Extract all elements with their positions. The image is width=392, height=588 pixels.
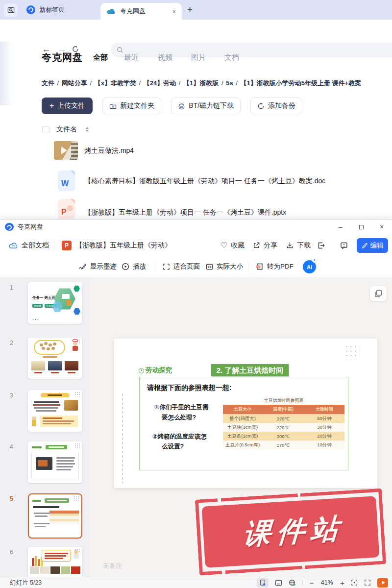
thumb-number: 2 <box>10 340 13 346</box>
browser-tab-bar: 新标签页 夸克网盘 × + <box>0 0 392 20</box>
slide-thumbnail-6[interactable] <box>28 547 82 577</box>
feedback-button[interactable] <box>340 234 348 256</box>
feedback-icon <box>340 242 348 249</box>
fullscreen-icon <box>364 579 371 586</box>
notes-panel-toggle[interactable] <box>275 580 282 586</box>
question-1-line-1: ①你们手里的土豆需 <box>154 403 209 412</box>
ppt-file-icon: P <box>58 199 75 220</box>
svg-text:1:1: 1:1 <box>208 265 212 268</box>
breadcrumb-item[interactable]: 网站分享 <box>62 79 95 87</box>
drive-tab-video[interactable]: 视频 <box>158 53 172 62</box>
copy-slide-button[interactable] <box>370 286 387 301</box>
show-ink-toggle[interactable]: 显示墨迹 <box>78 256 117 277</box>
zoom-in-button[interactable]: + <box>340 579 344 587</box>
zoom-out-button[interactable]: − <box>309 579 314 587</box>
new-folder-button[interactable]: 新建文件夹 <box>102 98 161 114</box>
file-row-ppt[interactable]: P 【浙教版】五年级上册《劳动》项目一 任务一《烤土豆》课件.pptx <box>0 199 392 220</box>
drive-tab-doc[interactable]: 文档 <box>224 53 239 62</box>
minimize-button[interactable]: – <box>330 220 351 234</box>
breadcrumb: 文件网站分享【x】非教学类【24】劳动【1】浙教版5s【1】浙教版小学劳动5年级… <box>42 79 392 88</box>
slide-thumbnail-5-selected[interactable] <box>28 493 82 539</box>
drive-action-row: +上传文件 新建文件夹 BT BT/磁力链下载 添加备份 <box>42 98 302 114</box>
drive-tab-all[interactable]: 全部 <box>93 53 108 62</box>
table-row: 土豆条(1cm宽)200℃20分钟 <box>223 432 344 441</box>
close-button[interactable]: × <box>371 220 392 234</box>
ink-pen-icon <box>78 263 87 270</box>
file-row-video[interactable]: 烤土豆做法.mp4 <box>0 141 392 166</box>
slide-thumbnail-1[interactable]: 任务一 烤土豆 浙教版 五年级上册 <box>28 282 82 324</box>
share-button[interactable]: 分享 <box>253 234 277 256</box>
slide-thumbnail-2[interactable] <box>28 338 82 379</box>
add-backup-button[interactable]: 添加备份 <box>250 98 302 114</box>
breadcrumb-item[interactable]: 【24】劳动 <box>144 79 183 87</box>
play-slideshow-button[interactable]: 播放 <box>122 256 146 277</box>
translate-toggle[interactable] <box>289 579 296 587</box>
favorite-button[interactable]: ♡收藏 <box>220 234 245 256</box>
breadcrumb-item[interactable]: 文件 <box>42 79 62 87</box>
maximize-button[interactable] <box>351 220 371 234</box>
statusbar-controls: − 41% + <box>257 578 388 588</box>
divider <box>302 580 303 586</box>
bt-magnet-download-button[interactable]: BT BT/磁力链下载 <box>171 98 241 114</box>
globe-check-icon <box>289 579 296 587</box>
filename-column-label[interactable]: 文件名 <box>56 125 77 134</box>
pdf-icon: PDF <box>256 263 264 270</box>
zoom-level: 41% <box>320 579 334 586</box>
table-row: 土豆块(3cm宽)220℃30分钟 <box>223 423 344 432</box>
viewer-titlebar[interactable]: 夸克网盘 – × <box>0 220 392 234</box>
file-name[interactable]: 【核心素养目标】浙教版五年级上册《劳动》项目一 任务一《烤土豆》教案.doc <box>84 177 325 186</box>
thumb-number: 1 <box>10 284 13 291</box>
cloud-icon <box>106 8 116 15</box>
fit-screen-button[interactable] <box>351 579 358 586</box>
open-in-app-button[interactable] <box>318 234 325 256</box>
breadcrumb-item[interactable]: 【x】非教学类 <box>95 79 144 87</box>
thumb-number: 6 <box>10 549 13 556</box>
drive-tab-recent[interactable]: 最近 <box>124 53 139 62</box>
file-name[interactable]: 烤土豆做法.mp4 <box>84 147 134 155</box>
present-button[interactable] <box>377 578 388 588</box>
browser-window: 新标签页 夸克网盘 × + ← → 夸克网盘 全部 最近 视频 图片 文档 文件… <box>0 0 392 220</box>
browser-tab-newtab[interactable]: 新标签页 <box>21 2 95 18</box>
upload-file-button[interactable]: +上传文件 <box>42 98 93 114</box>
window-title: 夸克网盘 <box>18 222 43 231</box>
slide-thumbnail-4[interactable] <box>28 441 82 483</box>
question-1-line-2: 要怎么处理? <box>162 414 196 422</box>
actual-size-button[interactable]: 1:1 实际大小 <box>206 256 243 277</box>
reference-table-title: 土豆烘焙时间参照表 <box>223 397 344 404</box>
table-header-row: 土豆大小 温度(中层) 大致时间 <box>223 405 344 414</box>
download-button[interactable]: 下载 <box>286 234 311 256</box>
slide-thumbnail-panel[interactable]: 1 任务一 烤土豆 浙教版 五年级上册 2 <box>0 277 91 577</box>
drive-page-title: 夸克网盘 <box>42 51 83 64</box>
watermark-stamp: 课件站 <box>195 488 387 575</box>
window-search-icon <box>7 6 15 14</box>
slide-thumbnail-3[interactable] <box>28 390 82 432</box>
breadcrumb-item[interactable]: 【1】浙教版小学劳动5年级上册 课件+教案 <box>240 79 361 87</box>
focus-icon <box>351 579 358 586</box>
select-all-checkbox[interactable] <box>42 126 49 133</box>
browser-tab-quark-drive[interactable]: 夸克网盘 × <box>100 3 182 20</box>
tab-close-icon[interactable]: × <box>172 8 176 15</box>
fullscreen-button[interactable] <box>364 579 371 586</box>
file-name[interactable]: 【浙教版】五年级上册《劳动》项目一 任务一《烤土豆》课件.pptx <box>84 208 286 217</box>
heart-icon: ♡ <box>220 241 227 250</box>
new-tab-button[interactable]: + <box>187 4 193 15</box>
thumb-number: 3 <box>10 392 13 399</box>
file-row-doc[interactable]: W 【核心素养目标】浙教版五年级上册《劳动》项目一 任务一《烤土豆》教案.doc <box>0 171 392 195</box>
breadcrumb-item[interactable]: 【1】浙教版 <box>183 79 226 87</box>
decor-dots <box>122 392 123 483</box>
thumbnail-panel-toggle[interactable] <box>257 578 269 588</box>
tab-search-button[interactable] <box>4 3 18 17</box>
edit-button[interactable]: 编辑 <box>357 238 388 253</box>
ai-assistant-button[interactable]: AI <box>303 260 316 273</box>
drive-tab-image[interactable]: 图片 <box>191 53 206 62</box>
all-docs-button[interactable]: 全部文档 <box>9 234 49 256</box>
divider <box>154 262 154 271</box>
convert-to-pdf-button[interactable]: PDF 转为PDF <box>256 256 294 277</box>
sort-icon[interactable] <box>86 127 89 132</box>
question-2-line-1: ②烤箱的温度应该怎 <box>152 433 207 441</box>
question-2-line-2: 么设置? <box>162 442 184 451</box>
address-search-input[interactable] <box>111 43 392 57</box>
section-bullet-icon <box>139 368 144 373</box>
fit-page-button[interactable]: 适合页面 <box>163 256 200 277</box>
breadcrumb-item[interactable]: 5s <box>226 79 240 87</box>
